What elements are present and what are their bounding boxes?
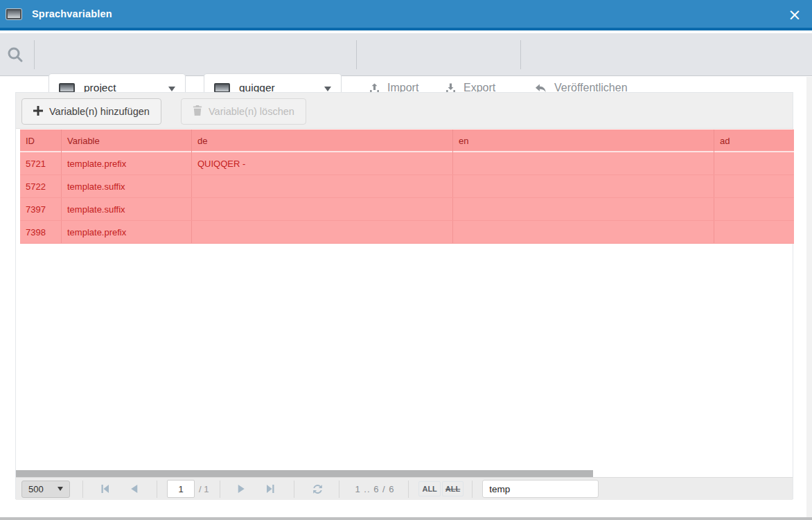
cell-de [192,198,453,220]
column-header-de[interactable]: de [192,129,453,152]
pagination-separator [472,481,473,498]
pagination-separator [157,481,157,498]
cell-variable: template.suffix [62,175,192,197]
cell-en [453,198,714,220]
add-variable-label: Variable(n) hinzufügen [49,106,150,117]
page-size-value: 500 [28,484,44,494]
page-right-gutter [806,77,812,517]
monitor-icon [59,83,75,93]
window-titlebar: Sprachvariablen × [0,0,812,30]
delete-variable-label: Variable(n) löschen [209,106,294,117]
panel-action-bar: Variable(n) hinzufügen Variable(n) lösch… [16,93,793,129]
monitor-icon [214,83,230,93]
column-header-id[interactable]: ID [20,129,62,152]
cell-id: 7397 [20,198,62,220]
plus-icon [33,106,43,118]
cell-variable: template.suffix [62,198,192,220]
page-size-select[interactable]: 500 [21,481,70,498]
cell-variable: template.prefix [62,221,192,243]
chevron-down-icon [168,87,175,91]
column-header-ad[interactable]: ad [714,129,794,152]
table-row[interactable]: 7397 template.suffix [20,198,794,221]
cell-ad [714,221,794,243]
monitor-icon [6,9,21,19]
previous-page-button[interactable] [121,481,147,498]
toolbar-separator [356,40,357,69]
show-all-button[interactable]: ALL [418,481,440,496]
toolbar-separator [34,40,35,69]
refresh-icon[interactable] [304,481,330,498]
pagination-separator [82,481,83,498]
cell-id: 5722 [20,175,62,197]
pagination-bar: 500 / 1 [16,477,793,500]
main-toolbar: project quiqqer Import [0,33,812,76]
result-range-label: 1 .. 6 / 6 [355,484,394,494]
pagination-separator [408,481,409,498]
column-header-variable[interactable]: Variable [62,129,192,152]
table-row[interactable]: 5722 template.suffix [20,175,794,198]
first-page-button[interactable] [91,481,118,498]
cell-en [453,152,714,174]
pagination-separator [220,481,220,498]
cell-ad [714,152,794,174]
trash-icon [193,105,202,118]
cell-de [192,175,453,197]
page-number-input[interactable] [167,480,195,498]
pagination-separator [294,481,294,498]
cell-en [453,175,714,197]
cell-ad [714,175,794,197]
cell-de: QUIQQER - [192,152,453,174]
page-count-label: / 1 [199,484,209,494]
last-page-button[interactable] [258,481,284,498]
grid-body: 5721 template.prefix QUIQQER - 5722 temp… [20,152,794,244]
add-variable-button[interactable]: Variable(n) hinzufügen [21,98,161,125]
column-header-en[interactable]: en [453,129,714,152]
table-row[interactable]: 5721 template.prefix QUIQQER - [20,152,794,175]
variables-grid: ID Variable de en ad 5721 template.prefi… [20,129,794,244]
delete-variable-button[interactable]: Variable(n) löschen [181,98,306,125]
toolbar-separator [520,40,521,69]
table-row[interactable]: 7398 template.prefix [20,221,794,244]
sprachvariablen-window: Sprachvariablen × project quiqqer [0,0,812,520]
variables-panel: Variable(n) hinzufügen Variable(n) lösch… [15,92,793,499]
cell-id: 5721 [20,152,62,174]
caret-down-icon [58,487,63,491]
cell-de [192,221,453,243]
page-bottom-edge [0,517,812,520]
show-paged-button[interactable]: ALL [442,481,464,496]
cell-variable: template.prefix [62,152,192,174]
close-icon[interactable]: × [786,6,804,24]
window-title: Sprachvariablen [32,8,112,19]
horizontal-scrollbar [16,470,793,477]
pagination-separator [339,481,339,498]
next-page-button[interactable] [229,481,255,498]
search-icon[interactable] [6,45,25,64]
horizontal-scrollbar-thumb[interactable] [16,470,593,477]
cell-en [453,221,714,243]
cell-id: 7398 [20,221,62,243]
chevron-down-icon [324,87,331,91]
grid-search-input[interactable] [482,480,599,498]
grid-header-row: ID Variable de en ad [20,129,794,152]
cell-ad [714,198,794,220]
